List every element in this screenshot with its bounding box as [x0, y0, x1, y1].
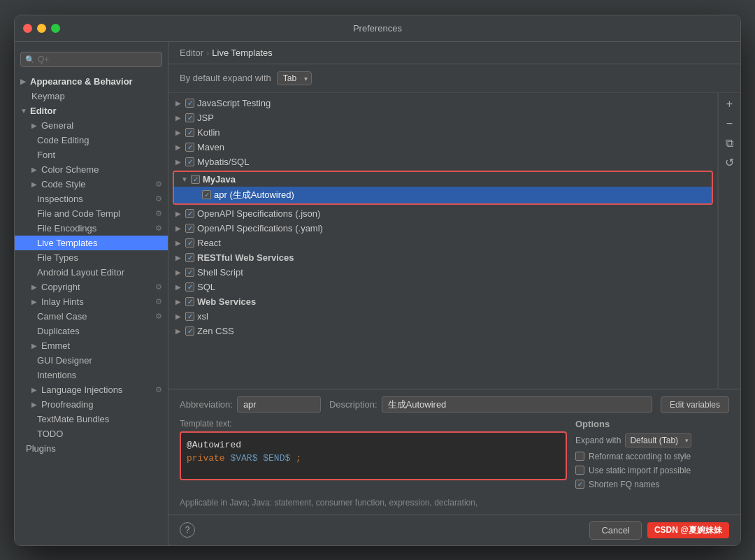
sidebar-item-general[interactable]: ▶ General: [15, 118, 168, 133]
shorten-fq-label: Shorten FQ names: [589, 480, 659, 489]
code-line-2: private $VAR$ $END$ ;: [187, 452, 560, 466]
checkbox-shell[interactable]: [185, 268, 194, 277]
tpl-group-kotlin[interactable]: ▶ Kotlin: [168, 125, 717, 140]
minimize-button[interactable]: [37, 24, 46, 33]
search-icon: 🔍: [25, 55, 35, 64]
sidebar-item-live-templates[interactable]: Live Templates: [15, 236, 168, 250]
expand-with-label: By default expand with: [180, 73, 271, 83]
tpl-group-myjava[interactable]: ▼ MyJava: [174, 172, 712, 187]
tpl-group-openapi-yaml[interactable]: ▶ OpenAPI Specifications (.yaml): [168, 221, 717, 236]
sidebar-item-intentions[interactable]: Intentions: [15, 368, 168, 382]
sidebar-item-duplicates[interactable]: Duplicates: [15, 324, 168, 338]
reformat-label: Reformat according to style: [589, 452, 691, 461]
expand-with-select2[interactable]: Default (Tab): [625, 433, 691, 447]
tpl-group-shell[interactable]: ▶ Shell Script: [168, 265, 717, 280]
sidebar-item-file-types[interactable]: File Types: [15, 250, 168, 265]
checkbox-xsl[interactable]: [185, 312, 194, 321]
sidebar-item-textmate-bundles[interactable]: TextMate Bundles: [15, 412, 168, 426]
checkbox-react[interactable]: [185, 238, 194, 247]
sidebar-item-inspections[interactable]: Inspections ⚙: [15, 192, 168, 206]
chevron-right-icon: ▶: [175, 254, 182, 261]
template-text-label: Template text:: [180, 419, 567, 429]
sidebar-item-proofreading[interactable]: ▶ Proofreading: [15, 397, 168, 412]
checkbox-openapi-yaml[interactable]: [185, 224, 194, 233]
chevron-right-icon: ▶: [175, 313, 182, 320]
checkbox-kotlin[interactable]: [185, 128, 194, 137]
sidebar-item-color-scheme[interactable]: ▶ Color Scheme: [15, 162, 168, 177]
tpl-group-label: JSP: [197, 113, 214, 123]
tpl-group-web-services[interactable]: ▶ Web Services: [168, 294, 717, 309]
sidebar-item-code-editing[interactable]: Code Editing: [15, 133, 168, 148]
tpl-group-maven[interactable]: ▶ Maven: [168, 140, 717, 155]
tpl-group-openapi-json[interactable]: ▶ OpenAPI Specifications (.json): [168, 206, 717, 221]
templates-area: ▶ JavaScript Testing ▶ JSP ▶ Kotlin: [168, 93, 740, 389]
cancel-button[interactable]: Cancel: [589, 521, 641, 540]
add-template-button[interactable]: +: [721, 96, 738, 113]
sidebar-item-emmet[interactable]: ▶ Emmet: [15, 338, 168, 353]
checkbox-restful[interactable]: [185, 253, 194, 262]
chevron-right-icon: ▶: [175, 283, 182, 291]
checkbox-web-services[interactable]: [185, 297, 194, 306]
maximize-button[interactable]: [51, 24, 60, 33]
reformat-checkbox[interactable]: [575, 452, 584, 461]
sidebar-item-keymap[interactable]: Keymap: [15, 89, 168, 103]
gear-icon: ⚙: [155, 180, 162, 189]
expand-with-select[interactable]: Tab: [277, 71, 312, 85]
sidebar-item-language-injections[interactable]: ▶ Language Injections ⚙: [15, 382, 168, 397]
sidebar-item-copyright[interactable]: ▶ Copyright ⚙: [15, 280, 168, 294]
abbreviation-input[interactable]: [237, 396, 321, 412]
sidebar-item-editor[interactable]: ▼ Editor: [15, 103, 168, 118]
checkbox-openapi-json[interactable]: [185, 209, 194, 218]
sidebar-item-plugins[interactable]: Plugins: [15, 441, 168, 456]
tpl-group-restful[interactable]: ▶ RESTful Web Services: [168, 250, 717, 265]
sidebar-item-appearance[interactable]: ▶ Appearance & Behavior: [15, 74, 168, 89]
description-input[interactable]: [382, 396, 652, 412]
shorten-fq-checkbox-row[interactable]: Shorten FQ names: [575, 480, 729, 489]
top-options-bar: By default expand with Tab: [168, 64, 740, 93]
tpl-group-zen-css[interactable]: ▶ Zen CSS: [168, 324, 717, 338]
tpl-group-jsp[interactable]: ▶ JSP: [168, 110, 717, 125]
tpl-group-sql[interactable]: ▶ SQL: [168, 280, 717, 294]
help-button[interactable]: ?: [180, 522, 195, 538]
checkbox-zen-css[interactable]: [185, 326, 194, 336]
static-import-checkbox-row[interactable]: Use static import if possible: [575, 466, 729, 475]
breadcrumb-current: Live Templates: [212, 48, 272, 58]
sidebar-item-file-code-templ[interactable]: File and Code Templ ⚙: [15, 206, 168, 221]
sidebar-item-code-style[interactable]: ▶ Code Style ⚙: [15, 177, 168, 192]
remove-template-button[interactable]: −: [721, 115, 738, 132]
reformat-checkbox-row[interactable]: Reformat according to style: [575, 452, 729, 461]
search-input[interactable]: [20, 52, 162, 67]
reset-template-button[interactable]: ↺: [721, 155, 738, 171]
copy-template-button[interactable]: ⧉: [721, 135, 738, 152]
tpl-group-js-testing[interactable]: ▶ JavaScript Testing: [168, 96, 717, 110]
main-content: 🔍 ▶ Appearance & Behavior Keymap ▼ Edito…: [15, 42, 740, 545]
sidebar-item-file-encodings[interactable]: File Encodings ⚙: [15, 221, 168, 236]
template-code-box[interactable]: @Autowired private $VAR$ $END$ ;: [180, 431, 567, 480]
tpl-item-apr[interactable]: apr (生成Autowired): [174, 187, 712, 203]
chevron-right-icon: ▶: [175, 99, 182, 107]
checkbox-maven[interactable]: [185, 143, 194, 152]
shorten-fq-checkbox[interactable]: [575, 480, 584, 489]
sidebar-item-font[interactable]: Font: [15, 148, 168, 162]
checkbox-myjava[interactable]: [191, 175, 200, 184]
code-text: @Autowired: [187, 440, 241, 450]
tpl-group-xsl[interactable]: ▶ xsl: [168, 309, 717, 324]
tpl-group-mybatis[interactable]: ▶ Mybatis/SQL: [168, 155, 717, 169]
sidebar: 🔍 ▶ Appearance & Behavior Keymap ▼ Edito…: [15, 42, 168, 545]
search-bar: 🔍: [15, 48, 168, 71]
sidebar-item-todo[interactable]: TODO: [15, 426, 168, 441]
sidebar-item-android-layout[interactable]: Android Layout Editor: [15, 265, 168, 280]
sidebar-item-camel-case[interactable]: Camel Case ⚙: [15, 309, 168, 324]
checkbox-mybatis[interactable]: [185, 157, 194, 166]
sidebar-item-gui-designer[interactable]: GUI Designer: [15, 353, 168, 368]
tpl-group-react[interactable]: ▶ React: [168, 236, 717, 250]
sidebar-item-inlay-hints[interactable]: ▶ Inlay Hints ⚙: [15, 294, 168, 309]
static-import-checkbox[interactable]: [575, 466, 584, 475]
checkbox-sql[interactable]: [185, 282, 194, 292]
templates-list: ▶ JavaScript Testing ▶ JSP ▶ Kotlin: [168, 93, 718, 389]
checkbox-jsp[interactable]: [185, 113, 194, 122]
checkbox-apr[interactable]: [202, 190, 211, 199]
close-button[interactable]: [23, 24, 32, 33]
edit-variables-button[interactable]: Edit variables: [661, 396, 729, 413]
checkbox-js-testing[interactable]: [185, 99, 194, 108]
